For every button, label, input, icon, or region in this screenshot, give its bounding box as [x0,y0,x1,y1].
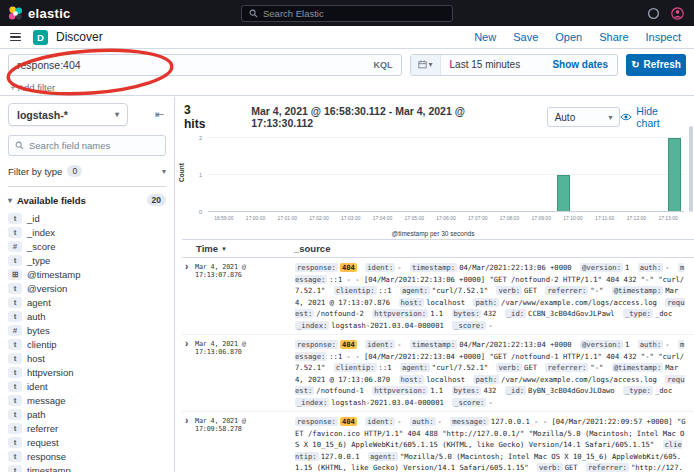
hits-count: 3 hits [184,103,215,131]
field-item-clientip[interactable]: tclientip [4,337,170,351]
field-item-auth[interactable]: tauth [4,309,170,323]
menu-icon[interactable] [10,33,21,42]
elastic-home-link[interactable]: elastic [0,6,71,21]
index-pattern-select[interactable]: logstash-* ▾ [8,103,128,126]
field-item-bytes[interactable]: #bytes [4,323,170,337]
field-item-score[interactable]: #_score [4,239,170,253]
histogram-bar[interactable] [557,175,570,212]
refresh-button[interactable]: ↻ Refresh [626,54,686,76]
source-value: - [665,263,669,272]
add-filter-button[interactable]: + Add filter [10,82,55,93]
field-item-id[interactable]: t_id [4,211,170,225]
field-item-host[interactable]: thost [4,351,170,365]
field-item-path[interactable]: tpath [4,407,170,421]
source-value: ::1 [379,286,392,295]
histogram-bar[interactable] [668,138,681,211]
field-name: timestamp [27,465,71,472]
x-axis-tick-label: 17:03:00 [341,215,360,221]
string-field-icon: t [8,437,22,448]
time-range-value[interactable]: Last 15 minutes [441,59,530,70]
field-name: @version [27,283,67,294]
scrollbar-thumb[interactable] [689,126,693,212]
source-field-badge: agent: [368,452,398,461]
show-dates-button[interactable]: Show dates [552,59,617,70]
source-field-badge: httpversion: [372,309,428,318]
source-field-badge: response: [295,263,338,272]
app-nav-bar: D Discover New Save Open Share Inspect [0,26,694,49]
query-bar: response:404 KQL ▾ Last 15 minutes Show … [0,49,694,80]
fields-sidebar: logstash-* ▾ ⇤ Search field names Filter… [0,97,175,472]
source-column-header: _source [294,243,330,254]
available-fields-accordion[interactable]: ▾ Available fields 20 [8,194,166,206]
expand-row-icon[interactable]: › [182,339,195,408]
open-button[interactable]: Open [555,31,582,43]
field-item-agent[interactable]: tagent [4,295,170,309]
field-item-httpversion[interactable]: thttpversion [4,365,170,379]
scrollbar[interactable] [689,100,693,470]
source-field-badge: agent: [400,286,430,295]
available-fields-count-badge: 20 [147,194,166,206]
y-axis-tick-label: 1 [199,172,202,178]
field-item-message[interactable]: tmessage [4,393,170,407]
expand-row-icon[interactable]: › [182,262,195,331]
field-item-response[interactable]: tresponse [4,449,170,463]
query-language-button[interactable]: KQL [374,60,393,70]
field-name: agent [27,297,51,308]
new-button[interactable]: New [474,31,496,43]
source-value: GET [524,363,537,372]
chevron-down-icon: ▾ [608,113,612,122]
field-name: _id [27,213,40,224]
share-button[interactable]: Share [599,31,628,43]
field-list: t_idt_index#_scoret_type⊞@timestampt@ver… [4,211,170,472]
source-value: /notfound-2 [316,309,364,318]
field-name: path [27,409,46,420]
inspect-button[interactable]: Inspect [646,31,681,43]
user-avatar-icon[interactable] [671,7,684,20]
source-field-badge: referrer: [586,463,629,472]
refresh-icon: ↻ [631,59,639,70]
source-value: "curl/7.52.1" [432,286,488,295]
field-item-ident[interactable]: tident [4,379,170,393]
eye-icon [620,113,632,121]
histogram-interval-select[interactable]: Auto ▾ [547,107,621,127]
row-source: response:404 ident:- auth:- message:127.… [295,416,694,472]
hide-chart-button[interactable]: Hide chart [620,105,684,129]
plot-area [208,138,684,212]
x-axis-tick-label: 17:01:00 [278,215,297,221]
string-field-icon: t [8,451,22,462]
filter-by-type-button[interactable]: Filter by type 0 ▾ [8,165,166,187]
search-icon [15,141,24,150]
source-field-badge: @timestamp: [612,363,664,372]
source-field-badge: bytes: [452,386,482,395]
global-search-input[interactable]: Search Elastic [241,5,453,22]
source-value: 1.1 [430,386,443,395]
field-name: @timestamp [27,269,80,280]
field-item-index[interactable]: t_index [4,225,170,239]
field-search-input[interactable]: Search field names [8,135,166,156]
spaces-icon[interactable] [647,7,660,20]
save-button[interactable]: Save [513,31,538,43]
field-search-placeholder: Search field names [29,140,110,151]
quick-select-calendar-button[interactable]: ▾ [411,55,441,75]
collapse-sidebar-icon[interactable]: ⇤ [155,108,168,121]
x-axis-tick-label: 17:12:00 [627,215,646,221]
field-item-referrer[interactable]: treferrer [4,421,170,435]
source-value: - [438,417,442,426]
header-actions [647,7,694,20]
string-field-icon: t [8,423,22,434]
source-value: "-" [590,363,603,372]
source-value: CCBN_3cB04dGovJLPawl [528,309,615,318]
time-column-header[interactable]: Time ▼ [182,243,294,254]
string-field-icon: t [8,381,22,392]
expand-row-icon[interactable]: › [182,416,195,472]
field-item-timestamp[interactable]: ttimestamp [4,463,170,472]
source-field-badge: _id: [505,309,526,318]
field-item-version[interactable]: t@version [4,281,170,295]
query-input[interactable]: response:404 KQL [8,54,402,76]
field-name: httpversion [27,367,73,378]
field-item-timestamp[interactable]: ⊞@timestamp [4,267,170,281]
field-item-type[interactable]: t_type [4,253,170,267]
field-item-request[interactable]: trequest [4,435,170,449]
x-axis-tick-label: 17:10:00 [563,215,582,221]
filter-bar: + Add filter [0,80,694,96]
